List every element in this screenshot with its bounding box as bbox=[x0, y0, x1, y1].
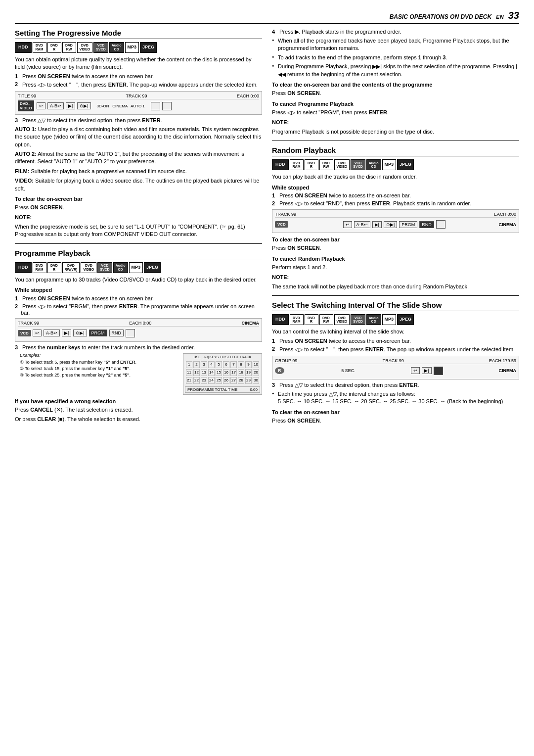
prog-badge-jpeg: JPEG bbox=[144, 262, 161, 273]
badge-audio-cd: AudioCD bbox=[109, 42, 124, 53]
option-auto1: AUTO 1: Used to play a disc containing b… bbox=[15, 126, 262, 148]
progressive-note-head: NOTE: bbox=[15, 214, 262, 221]
badge-dvd-r: DVDR bbox=[47, 42, 61, 53]
programme-while-stopped: While stopped bbox=[15, 286, 262, 294]
grid-table: 12345 678910 1112131415 1617181920 21222… bbox=[185, 360, 260, 385]
slide-badge-dvd-video: DVDVIDEO bbox=[334, 314, 350, 325]
prog-note-text: Programme Playback is not possible depen… bbox=[272, 128, 519, 136]
dvd-video-label: DVD–VIDEO bbox=[18, 100, 34, 111]
rand-badge-dvd-ram: DVDRAM bbox=[290, 159, 304, 170]
slide-badge-vcd: VCDSVCD bbox=[351, 314, 365, 325]
rand-badge-audio: AudioCD bbox=[366, 159, 381, 170]
prog-screen-row1: TRACK 99 EACH 0:00 CINEMA bbox=[18, 320, 259, 327]
prog-badge-vcd: VCDSVCD bbox=[97, 262, 112, 273]
left-column: Setting The Progressive Mode HDD DVDRAM … bbox=[15, 29, 262, 426]
slideshow-format-badges: HDD DVDRAM DVDR DVDRW DVDVIDEO VCDSVCD A… bbox=[272, 314, 519, 325]
badge-dvd-rw: DVDRW bbox=[62, 42, 76, 53]
random-step1: 1 Press ON SCREEN twice to access the on… bbox=[272, 192, 519, 198]
random-to-clear-head: To clear the on-screen bar bbox=[272, 236, 519, 243]
random-while-stopped: While stopped bbox=[272, 184, 519, 191]
screen-controls: ↩ A-B↩ ▶| ⊙▶| 3D-ON CINEMA AUTO 1 bbox=[37, 100, 172, 112]
random-to-cancel-head: To cancel Random Playback bbox=[272, 255, 519, 263]
prog-to-cancel-text: Press ◁▷ to select "PRGM", then press EN… bbox=[272, 109, 519, 116]
header-title: BASIC OPERATIONS ON DVD DECK bbox=[390, 13, 491, 20]
grid-row3: 2122232425 2627282930 bbox=[186, 377, 259, 384]
page-header: BASIC OPERATIONS ON DVD DECK EN 33 bbox=[15, 10, 519, 24]
progressive-to-clear-text: Press ON SCREEN. bbox=[15, 204, 262, 211]
prog-screen-controls: ↩ A-B↩ ▶| ⊙▶| PRGM RND bbox=[33, 328, 135, 339]
prog-badge-audio-cd: AudioCD bbox=[113, 262, 128, 273]
slide-badge-dvd-r: DVDR bbox=[305, 314, 318, 325]
programme-format-badges: HDD DVDRAM DVDR DVDRW(VR) DVDVIDEO VCDSV… bbox=[15, 262, 262, 273]
prog-badge-mp3: MP3 bbox=[129, 262, 143, 273]
progressive-intro: You can obtain optimal picture quality b… bbox=[15, 56, 262, 71]
programme-step3: 3 Press the number keys to enter the tra… bbox=[15, 344, 262, 350]
prog-badge-dvd-video: DVDVIDEO bbox=[81, 262, 96, 273]
wrong-selection-text1: Press CANCEL (✕). The last selection is … bbox=[15, 406, 262, 414]
random-to-clear-text: Press ON SCREEN. bbox=[272, 244, 519, 252]
page-number: 33 bbox=[508, 10, 519, 21]
badge-jpeg: JPEG bbox=[140, 42, 157, 53]
rand-screen-row2: VCD ↩ A-B↩ ▶| ⊙▶| PRGM RND CINEMA bbox=[275, 218, 516, 231]
grid-head: USE [0-9] KEYS TO SELECT TRACK bbox=[185, 355, 260, 359]
progressive-step1-text: Press ON SCREEN twice to access the on-s… bbox=[21, 73, 154, 79]
progressive-screen: TITLE 99 TRACK 99 EACH 0:00 DVD–VIDEO ↩ … bbox=[15, 91, 262, 115]
badge-vcd: VCDSVCD bbox=[93, 42, 108, 53]
programme-grid-container: USE [0-9] KEYS TO SELECT TRACK 12345 678… bbox=[183, 353, 262, 395]
slideshow-to-clear-head: To clear the on-screen bar bbox=[272, 409, 519, 416]
progressive-note-text: When the progressive mode is set, be sur… bbox=[15, 223, 262, 238]
progressive-step1: 1 Press ON SCREEN twice to access the on… bbox=[15, 73, 262, 79]
random-note-text: The same track will not be played back m… bbox=[272, 283, 519, 290]
slideshow-intro: You can control the switching interval o… bbox=[272, 328, 519, 335]
slide-badge-hdd: HDD bbox=[272, 314, 289, 325]
prog-bullet2: To add tracks to the end of the programm… bbox=[272, 54, 519, 61]
slide-badge-jpeg: JPEG bbox=[397, 314, 414, 325]
grid-row1: 12345 678910 bbox=[186, 361, 259, 368]
wrong-selection-head: If you have specified a wrong selection bbox=[15, 398, 262, 405]
section-progressive-title: Setting The Progressive Mode bbox=[15, 29, 262, 39]
section-slideshow-title: Select The Switching Interval Of The Sli… bbox=[272, 301, 519, 311]
badge-hdd: HDD bbox=[15, 42, 32, 53]
programme-intro: You can programme up to 30 tracks (Video… bbox=[15, 276, 262, 284]
header-lang: EN bbox=[496, 14, 503, 20]
programme-step1: 1 Press ON SCREEN twice to access the on… bbox=[15, 295, 262, 301]
screen-row2: DVD–VIDEO ↩ A-B↩ ▶| ⊙▶| 3D-ON CINEMA AUT… bbox=[18, 99, 259, 113]
prog-note-head: NOTE: bbox=[272, 119, 519, 126]
progressive-step2: 2 Press ◁▷ to select " ", then press ENT… bbox=[15, 81, 262, 89]
random-note-head: NOTE: bbox=[272, 274, 519, 281]
rand-badge-dvd-r: DVDR bbox=[305, 159, 318, 170]
rand-badge-vcd: VCDSVCD bbox=[351, 159, 365, 170]
slide-cinema-label: CINEMA bbox=[498, 368, 516, 373]
progressive-step3: 3 Press △▽ to select the desired option,… bbox=[15, 117, 262, 124]
prog-total-label: PROGRAMME TOTAL TIME bbox=[187, 387, 237, 392]
prog-badge-hdd: HDD bbox=[15, 262, 32, 273]
random-format-badges: HDD DVDRAM DVDR DVDRW DVDVIDEO VCDSVCD A… bbox=[272, 159, 519, 170]
prog-to-clear2-text: Press ON SCREEN. bbox=[272, 90, 519, 97]
rand-vcd-label: VCD bbox=[275, 221, 288, 228]
badge-dvd-video: DVDVIDEO bbox=[77, 42, 93, 53]
wrong-selection-text2: Or press CLEAR (■). The whole selection … bbox=[15, 416, 262, 423]
progressive-step2-text: Press ◁▷ to select " ", then press ENTER… bbox=[21, 82, 258, 88]
badge-mp3: MP3 bbox=[125, 42, 139, 53]
progressive-to-clear-head: To clear the on-screen bar bbox=[15, 195, 262, 203]
programme-grid: USE [0-9] KEYS TO SELECT TRACK 12345 678… bbox=[183, 353, 262, 395]
prog-badge-dvd-r: DVDR bbox=[47, 262, 61, 273]
section-programme-title: Programme Playback bbox=[15, 249, 262, 259]
random-intro: You can play back all the tracks on the … bbox=[272, 173, 519, 181]
random-step2: 2 Press ◁▷ to select "RND", then press E… bbox=[272, 200, 519, 207]
prog-bullet1: When all of the programmed tracks have b… bbox=[272, 37, 519, 52]
screen-row1: TITLE 99 TRACK 99 EACH 0:00 bbox=[18, 93, 259, 99]
slideshow-step1: 1 Press ON SCREEN twice to access the on… bbox=[272, 338, 519, 344]
prog-badge-dvd-ram: DVDRAM bbox=[33, 262, 46, 273]
option-auto2: AUTO 2: Almost the same as the "AUTO 1",… bbox=[15, 150, 262, 166]
programme-step2: 2 Press ◁▷ to select "PRGM", then press … bbox=[15, 303, 262, 316]
programme-screen: TRACK 99 EACH 0:00 CINEMA VCD ↩ A-B↩ ▶| … bbox=[15, 318, 262, 342]
slide-badge-dvd-rw: DVDRW bbox=[319, 314, 333, 325]
slide-screen-row1: GROUP 99 TRACK 99 EACH 179:59 bbox=[275, 358, 516, 364]
slide-badge-mp3: MP3 bbox=[382, 314, 397, 325]
option-video: VIDEO: Suitable for playing back a video… bbox=[15, 177, 262, 192]
rand-badge-dvd-rw: DVDRW bbox=[319, 159, 333, 170]
slideshow-to-clear-text: Press ON SCREEN. bbox=[272, 417, 519, 425]
grid-row2: 1112131415 1617181920 bbox=[186, 369, 259, 376]
rand-badge-mp3: MP3 bbox=[382, 159, 397, 170]
